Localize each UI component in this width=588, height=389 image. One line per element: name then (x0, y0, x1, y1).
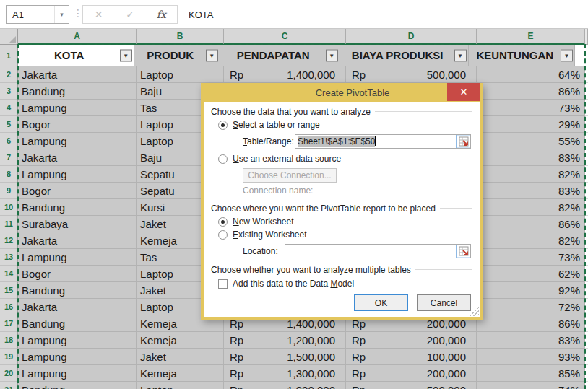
range-picker-button[interactable] (456, 135, 470, 148)
cell-pendapatan[interactable]: Rp 1,500,000 (224, 349, 346, 365)
cell-keuntungan[interactable]: 72% (477, 299, 585, 315)
cell-kota[interactable]: Bandung (18, 83, 137, 100)
cell-kota[interactable]: Lampung (18, 166, 137, 183)
cell-kota[interactable]: Jakarta (18, 66, 137, 83)
row-number[interactable]: 17 (0, 315, 18, 332)
radio-selected-icon[interactable] (218, 217, 228, 227)
column-header-D[interactable]: D (346, 29, 477, 45)
cell-kota[interactable]: Lampung (18, 365, 137, 382)
cell-filler[interactable] (575, 45, 588, 66)
filter-dropdown-button[interactable]: ▼ (454, 49, 467, 61)
row-number[interactable]: 18 (0, 332, 18, 349)
cell-keuntungan[interactable]: 73% (477, 100, 585, 116)
cell-kota[interactable]: Lampung (18, 100, 137, 116)
cell-pendapatan[interactable]: Rp 1,200,000 (224, 332, 346, 349)
cell-kota[interactable]: Surabaya (18, 216, 137, 232)
cell-e1-keuntungan[interactable]: KEUNTUNGAN ▼ (469, 45, 575, 66)
cell-filler[interactable] (585, 166, 588, 183)
row-number[interactable]: 21 (0, 382, 18, 389)
row-number[interactable]: 1 (0, 45, 18, 66)
cell-a1-kota[interactable]: KOTA ▼ (18, 45, 134, 66)
row-number[interactable]: 7 (0, 149, 18, 166)
column-header-A[interactable]: A (18, 29, 137, 45)
cell-pendapatan[interactable]: Rp 1,900,000 (224, 382, 346, 389)
cell-keuntungan[interactable]: 29% (477, 116, 585, 133)
cell-keuntungan[interactable]: 82% (477, 199, 585, 216)
cell-keuntungan[interactable]: 55% (477, 133, 585, 149)
cell-keuntungan[interactable]: 86% (477, 83, 585, 100)
cell-kota[interactable]: Bogor (18, 116, 137, 133)
close-button[interactable]: ✕ (447, 83, 480, 101)
cell-produk[interactable]: Kemeja (137, 332, 224, 349)
column-header-B[interactable]: B (137, 29, 224, 45)
cell-biaya[interactable]: Rp 100,000 (346, 349, 477, 365)
cell-filler[interactable] (585, 332, 588, 349)
radio-unselected-icon[interactable] (218, 154, 228, 164)
cell-kota[interactable]: Bandung (18, 282, 137, 299)
cell-c1-pendapatan[interactable]: PENDAPATAN ▼ (220, 45, 340, 66)
enter-icon[interactable]: ✓ (114, 6, 145, 23)
cell-filler[interactable] (585, 382, 588, 389)
radio-select-table-range[interactable]: Select a table or range (218, 119, 472, 131)
cell-keuntungan[interactable]: 85% (477, 365, 585, 382)
cell-filler[interactable] (585, 349, 588, 365)
cell-filler[interactable] (585, 249, 588, 266)
cell-kota[interactable]: Lampung (18, 133, 137, 149)
row-number[interactable]: 10 (0, 199, 18, 216)
checkbox-unchecked-icon[interactable] (218, 279, 228, 289)
row-number[interactable]: 6 (0, 133, 18, 149)
resize-grip[interactable] (470, 307, 479, 316)
row-number[interactable]: 2 (0, 66, 18, 83)
cell-b1-produk[interactable]: PRODUK ▼ (134, 45, 220, 66)
column-header-E[interactable]: E (477, 29, 585, 45)
cell-filler[interactable] (585, 365, 588, 382)
row-number[interactable]: 14 (0, 266, 18, 282)
cell-d1-biaya-produksi[interactable]: BIAYA PRODUKSI ▼ (340, 45, 469, 66)
ok-button[interactable]: OK (354, 294, 408, 311)
cell-keuntungan[interactable]: 86% (477, 216, 585, 232)
cell-filler[interactable] (585, 315, 588, 332)
cell-filler[interactable] (585, 66, 588, 83)
cell-kota[interactable]: Jakarta (18, 149, 137, 166)
cell-keuntungan[interactable]: 82% (477, 166, 585, 183)
cell-keuntungan[interactable]: 93% (477, 349, 585, 365)
cell-filler[interactable] (585, 100, 588, 116)
cell-produk[interactable]: Laptop (137, 382, 224, 389)
cell-biaya[interactable]: Rp 500,000 (346, 66, 477, 83)
row-number[interactable]: 9 (0, 183, 18, 199)
cell-keuntungan[interactable]: 74% (477, 382, 585, 389)
cell-keuntungan[interactable]: 64% (477, 66, 585, 83)
cell-kota[interactable]: Bandung (18, 199, 137, 216)
cell-filler[interactable] (585, 133, 588, 149)
cell-filler[interactable] (585, 199, 588, 216)
row-number[interactable]: 8 (0, 166, 18, 183)
cell-kota[interactable]: Bogor (18, 183, 137, 199)
radio-unselected-icon[interactable] (218, 230, 228, 240)
row-number[interactable]: 4 (0, 100, 18, 116)
row-number[interactable]: 11 (0, 216, 18, 232)
cancel-icon[interactable]: ✕ (83, 6, 114, 23)
cell-filler[interactable] (585, 149, 588, 166)
cell-pendapatan[interactable]: Rp 1,400,000 (224, 66, 346, 83)
cell-filler[interactable] (585, 282, 588, 299)
cell-kota[interactable]: Jakarta (18, 299, 137, 315)
insert-function-icon[interactable]: fx (146, 6, 177, 23)
cell-keuntungan[interactable]: 73% (477, 249, 585, 266)
filter-dropdown-button[interactable]: ▼ (120, 49, 132, 61)
select-all-corner[interactable] (0, 29, 18, 45)
cell-kota[interactable]: Lampung (18, 332, 137, 349)
cell-biaya[interactable]: Rp 200,000 (346, 332, 477, 349)
dialog-title-bar[interactable]: Create PivotTable ? ✕ (201, 83, 483, 102)
row-number[interactable]: 13 (0, 249, 18, 266)
cell-produk[interactable]: Laptop (137, 66, 224, 83)
table-range-input[interactable]: Sheet1!$A$1:$E$50 (295, 134, 471, 149)
cell-keuntungan[interactable]: 86% (477, 315, 585, 332)
cell-keuntungan[interactable]: 62% (477, 266, 585, 282)
row-number[interactable]: 16 (0, 299, 18, 315)
cell-keuntungan[interactable]: 83% (477, 183, 585, 199)
cell-filler[interactable] (585, 266, 588, 282)
radio-new-worksheet[interactable]: New Worksheet (218, 216, 472, 227)
column-header-C[interactable]: C (224, 29, 346, 45)
range-picker-button[interactable] (456, 245, 470, 258)
cell-biaya[interactable]: Rp 200,000 (346, 365, 477, 382)
